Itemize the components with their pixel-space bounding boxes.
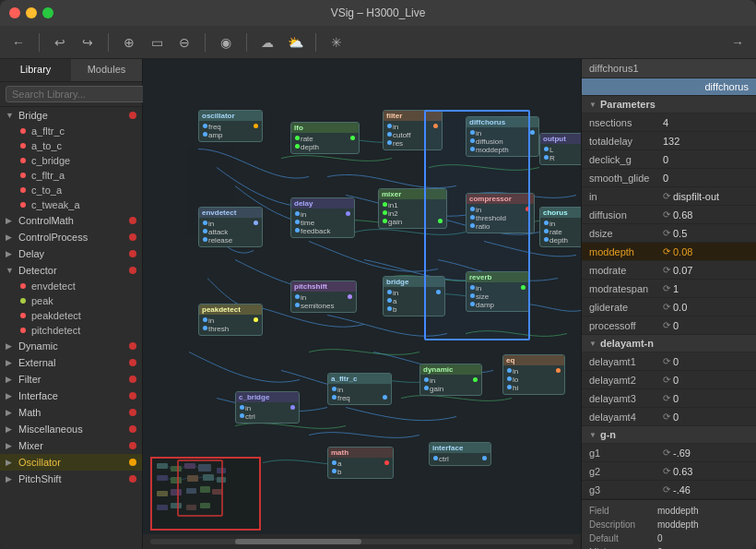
param-row-declick: declick_g 0 [582, 150, 756, 169]
tab-modules[interactable]: Modules [71, 59, 142, 81]
group-controlmath[interactable]: ▶ ControlMath [0, 212, 142, 229]
list-item[interactable]: c_bridge [0, 153, 142, 168]
close-button[interactable] [9, 7, 20, 18]
group-filter[interactable]: ▶ Filter [0, 371, 142, 388]
item-dot [20, 202, 26, 208]
param-row-modrate: modrate ⟳ 0.07 [582, 261, 756, 280]
g-section-label: g-n [600, 429, 616, 440]
knob-icon: ⟳ [663, 320, 670, 330]
node-box[interactable]: mixer in1 in2 gain [378, 188, 447, 229]
group-dynamic[interactable]: ▶ Dynamic [0, 338, 142, 354]
group-oscillator[interactable]: ▶ Oscillator [0, 454, 142, 471]
chevron-down-icon: ▼ [589, 340, 597, 348]
list-item[interactable]: peak [0, 293, 142, 308]
param-row-smooth: smooth_glide 0 [582, 169, 756, 187]
item-dot [20, 328, 26, 333]
svg-rect-9 [217, 468, 226, 473]
minimap[interactable] [150, 457, 261, 531]
svg-rect-12 [171, 489, 182, 495]
item-dot [20, 173, 26, 178]
node-box[interactable]: filter in cutoff res [383, 110, 443, 150]
canvas-scrollbar[interactable] [143, 534, 581, 549]
item-dot [20, 158, 26, 163]
window-controls[interactable] [9, 7, 53, 18]
undo-icon[interactable]: ↩ [49, 31, 71, 54]
knob-icon: ⟳ [663, 265, 670, 275]
node-box[interactable]: pitchshift in semitones [290, 280, 357, 313]
chevron-right-icon: ▶ [6, 441, 15, 450]
group-mixer[interactable]: ▶ Mixer [0, 437, 142, 454]
node-box[interactable]: bridge in a b [383, 276, 445, 316]
chevron-down-icon: ▼ [6, 266, 15, 275]
list-item[interactable]: c_tweak_a [0, 197, 142, 212]
knob-icon: ⟳ [663, 209, 670, 220]
canvas-area[interactable]: oscillator freq amp lfo rate depth filte… [143, 59, 581, 549]
node-box[interactable]: dynamic in gain [419, 364, 482, 396]
svg-rect-16 [157, 505, 168, 510]
asterisk-icon[interactable]: ✳ [325, 31, 348, 54]
node-box[interactable]: oscillator freq amp [198, 110, 263, 142]
scrollbar-track[interactable] [150, 539, 573, 544]
cloud-download-icon[interactable]: ⛅ [284, 31, 306, 54]
search-input[interactable] [6, 86, 146, 102]
group-external[interactable]: ▶ External [0, 354, 142, 371]
forward-icon[interactable]: → [726, 31, 749, 54]
minimize-button[interactable] [26, 7, 37, 18]
group-math[interactable]: ▶ Math [0, 404, 142, 421]
param-row-nsections: nsections 4 [582, 113, 756, 132]
maximize-button[interactable] [42, 7, 53, 18]
group-bridge[interactable]: ▼ Bridge [0, 107, 142, 124]
node-box[interactable]: lfo rate depth [290, 122, 360, 154]
knob-icon: ⟳ [663, 246, 670, 257]
frame-icon[interactable]: ▭ [146, 31, 168, 54]
node-box[interactable]: eq in lo hi [502, 354, 565, 395]
node-box[interactable]: output L R [539, 133, 581, 165]
group-detector[interactable]: ▼ Detector [0, 262, 142, 279]
svg-rect-5 [157, 475, 168, 481]
back-icon[interactable]: ← [7, 31, 30, 54]
list-item[interactable]: c_fltr_a [0, 168, 142, 183]
zoom-in-icon[interactable]: ⊕ [118, 31, 140, 54]
node-box[interactable]: math a b [327, 447, 394, 479]
group-delay[interactable]: ▶ Delay [0, 245, 142, 262]
scrollbar-thumb[interactable] [235, 539, 362, 544]
group-dot [129, 425, 136, 433]
node-box[interactable]: compressor in threshold ratio [466, 193, 535, 233]
node-box[interactable]: reverb in size damp [466, 271, 530, 312]
knob-icon: ⟳ [663, 302, 670, 312]
node-box[interactable]: c_bridge in ctrl [235, 391, 300, 424]
list-item[interactable]: envdetect [0, 279, 142, 293]
list-item[interactable]: c_to_a [0, 183, 142, 197]
param-row-moddepth[interactable]: moddepth ⟳ 0.08 [582, 243, 756, 261]
cloud-upload-icon[interactable]: ☁ [256, 31, 278, 54]
node-box[interactable]: a_fltr_c in freq [327, 373, 392, 405]
group-dot [129, 217, 136, 224]
group-dot [129, 112, 136, 119]
list-item[interactable]: a_fltr_c [0, 124, 142, 138]
list-item[interactable]: peakdetect [0, 308, 142, 323]
node-box[interactable]: diffchorus in diffusion moddepth [466, 116, 539, 157]
search-bar: ✕ ⋮ [0, 82, 142, 107]
zoom-out-icon[interactable]: ⊖ [173, 31, 195, 54]
node-box[interactable]: envdetect in attack release [198, 207, 263, 247]
g-section-header[interactable]: ▼ g-n [582, 426, 756, 444]
redo-icon[interactable]: ↪ [77, 31, 99, 54]
node-box[interactable]: delay in time feedback [290, 197, 355, 238]
group-interface[interactable]: ▶ Interface [0, 388, 142, 404]
group-miscellaneous[interactable]: ▶ Miscellaneous [0, 421, 142, 437]
param-row-in: in ⟳ dispfilt-out [582, 187, 756, 206]
params-section-header[interactable]: ▼ Parameters [582, 96, 756, 113]
list-item[interactable]: pitchdetect [0, 323, 142, 338]
list-item[interactable]: a_to_c [0, 138, 142, 153]
tab-library[interactable]: Library [0, 59, 71, 81]
shape-icon[interactable]: ◉ [215, 31, 237, 54]
group-controlprocess[interactable]: ▶ ControlProcess [0, 229, 142, 245]
sidebar-tabs: Library Modules [0, 59, 142, 82]
svg-rect-6 [171, 477, 182, 483]
group-pitchshift[interactable]: ▶ PitchShift [0, 471, 142, 487]
delayamt-section-header[interactable]: ▼ delayamt-n [582, 335, 756, 352]
node-box[interactable]: peakdetect in thresh [198, 304, 263, 336]
node-box[interactable]: interface ctrl [429, 442, 491, 466]
node-box[interactable]: chorus in rate depth [539, 207, 581, 247]
module-name: diffchorus [582, 78, 756, 96]
